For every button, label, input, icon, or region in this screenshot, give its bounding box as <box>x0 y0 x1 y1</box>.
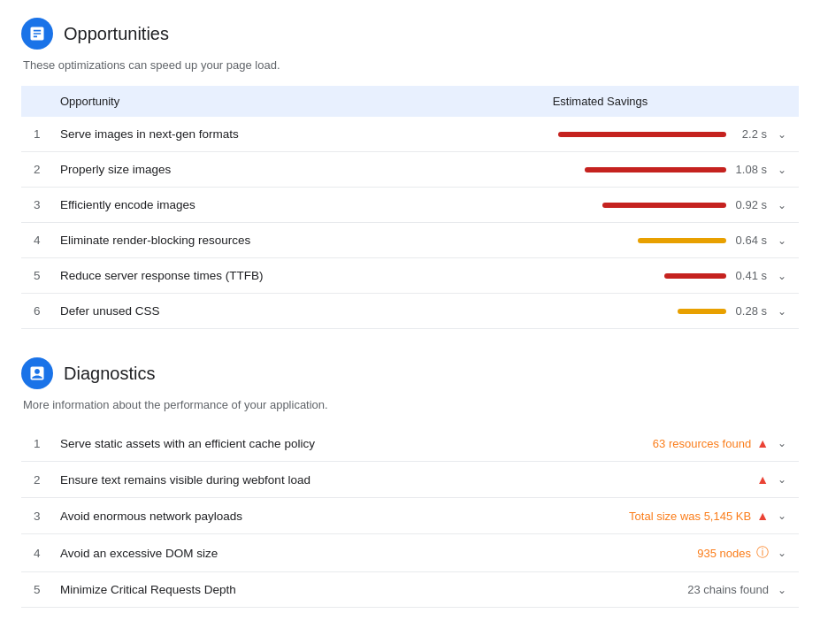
diag-row-label: Serve static assets with an efficient ca… <box>48 426 402 462</box>
opp-row-label: Serve images in next-gen formats <box>48 117 402 152</box>
diag-row[interactable]: 4 Avoid an excessive DOM size 935 nodesⓘ… <box>21 534 799 572</box>
diag-row-result: 23 chains found⌄ <box>402 572 799 608</box>
opp-bar-wrap <box>678 309 726 314</box>
col-num-header <box>21 86 48 117</box>
col-savings-header: Estimated Savings <box>402 86 799 117</box>
opp-savings-value: 0.92 s <box>733 198 767 211</box>
opportunities-table: Opportunity Estimated Savings 1 Serve im… <box>21 86 799 329</box>
opp-bar-wrap <box>602 203 726 208</box>
opp-row[interactable]: 3 Efficiently encode images 0.92 s ⌄ <box>21 188 799 223</box>
opp-row-chevron[interactable]: ⌄ <box>778 199 786 211</box>
diag-result-cell: 23 chains found⌄ <box>414 583 786 596</box>
diag-result-text: Total size was 5,145 KB <box>629 510 751 523</box>
diag-result-cell: ▲⌄ <box>414 472 786 487</box>
col-opportunity-header: Opportunity <box>48 86 402 117</box>
opp-row-label: Reduce server response times (TTFB) <box>48 258 402 294</box>
diag-row[interactable]: 2 Ensure text remains visible during web… <box>21 462 799 498</box>
diagnostics-header: Diagnostics <box>21 357 799 389</box>
diag-row-result: Total size was 5,145 KB▲⌄ <box>402 498 799 534</box>
opp-bar-wrap <box>558 132 726 137</box>
diag-row-result: 935 nodesⓘ⌄ <box>402 534 799 572</box>
diag-result-text: 23 chains found <box>687 583 769 596</box>
opp-bar <box>664 273 726 279</box>
opp-row-savings: 0.64 s ⌄ <box>402 223 799 258</box>
opp-row-savings: 0.92 s ⌄ <box>402 188 799 223</box>
opportunities-subtitle: These optimizations can speed up your pa… <box>21 58 799 72</box>
opp-row-num: 5 <box>21 258 48 294</box>
opp-row-savings: 0.28 s ⌄ <box>402 294 799 329</box>
diag-row[interactable]: 1 Serve static assets with an efficient … <box>21 426 799 462</box>
opp-row-savings: 1.08 s ⌄ <box>402 152 799 188</box>
warning-icon: ▲ <box>756 509 769 523</box>
diag-row-num: 1 <box>21 426 48 462</box>
diag-result-text: 63 resources found <box>653 437 751 450</box>
opp-savings-value: 0.64 s <box>733 234 767 247</box>
opp-row-num: 6 <box>21 294 48 329</box>
diag-row-label: Avoid an excessive DOM size <box>48 534 402 572</box>
diagnostics-icon <box>21 357 53 389</box>
diag-row-num: 2 <box>21 462 48 498</box>
opp-row-label: Properly size images <box>48 152 402 188</box>
diag-row[interactable]: 3 Avoid enormous network payloads Total … <box>21 498 799 534</box>
diagnostics-subtitle: More information about the performance o… <box>21 398 799 411</box>
opp-savings-value: 2.2 s <box>733 127 767 141</box>
diag-row-num: 4 <box>21 534 48 572</box>
opp-bar <box>638 238 726 243</box>
diag-row-label: Minimize Critical Requests Depth <box>48 572 402 608</box>
diag-row[interactable]: 5 Minimize Critical Requests Depth 23 ch… <box>21 572 799 608</box>
info-icon: ⓘ <box>756 545 769 561</box>
opp-row-savings: 2.2 s ⌄ <box>402 117 799 152</box>
diag-row-label: Ensure text remains visible during webfo… <box>48 462 402 498</box>
opp-bar <box>558 132 726 137</box>
opportunities-header: Opportunities <box>21 18 799 50</box>
diag-row-num: 3 <box>21 498 48 534</box>
opp-row[interactable]: 4 Eliminate render-blocking resources 0.… <box>21 223 799 258</box>
opp-bar-wrap <box>664 273 726 279</box>
diag-result-cell: Total size was 5,145 KB▲⌄ <box>414 509 786 523</box>
diag-row-chevron[interactable]: ⌄ <box>778 473 786 486</box>
warning-icon: ▲ <box>756 472 769 487</box>
diag-result-cell: 63 resources found▲⌄ <box>414 436 786 450</box>
opp-row-chevron[interactable]: ⌄ <box>778 164 786 176</box>
diag-row-result: ▲⌄ <box>402 462 799 498</box>
opp-savings-value: 1.08 s <box>733 163 767 176</box>
opp-row-chevron[interactable]: ⌄ <box>778 234 786 247</box>
opportunities-icon <box>21 18 53 50</box>
opp-bar <box>602 203 726 208</box>
diag-row-chevron[interactable]: ⌄ <box>778 437 786 449</box>
diag-result-cell: 935 nodesⓘ⌄ <box>414 545 786 561</box>
diag-row-result: 63 resources found▲⌄ <box>402 426 799 462</box>
opp-row-label: Defer unused CSS <box>48 294 402 329</box>
diagnostics-table: 1 Serve static assets with an efficient … <box>21 426 799 608</box>
opp-row-savings: 0.41 s ⌄ <box>402 258 799 294</box>
diag-row-label: Avoid enormous network payloads <box>48 498 402 534</box>
diagnostics-title: Diagnostics <box>64 364 155 384</box>
opp-savings-value: 0.28 s <box>733 304 767 318</box>
diag-row-chevron[interactable]: ⌄ <box>778 584 786 596</box>
opp-row-chevron[interactable]: ⌄ <box>778 305 786 318</box>
diag-result-text: 935 nodes <box>697 547 751 560</box>
opp-row-chevron[interactable]: ⌄ <box>778 128 786 141</box>
opp-row-num: 3 <box>21 188 48 223</box>
opp-row-chevron[interactable]: ⌄ <box>778 270 786 282</box>
diag-row-chevron[interactable]: ⌄ <box>778 547 786 559</box>
opp-row-num: 1 <box>21 117 48 152</box>
opp-bar <box>678 309 726 314</box>
diag-row-chevron[interactable]: ⌄ <box>778 510 786 522</box>
opp-row[interactable]: 5 Reduce server response times (TTFB) 0.… <box>21 258 799 294</box>
opp-row-num: 4 <box>21 223 48 258</box>
opportunities-title: Opportunities <box>64 24 169 44</box>
opp-bar-wrap <box>638 238 726 243</box>
opp-savings-value: 0.41 s <box>733 269 767 282</box>
opp-row[interactable]: 2 Properly size images 1.08 s ⌄ <box>21 152 799 188</box>
opp-row-label: Eliminate render-blocking resources <box>48 223 402 258</box>
warning-icon: ▲ <box>756 436 769 450</box>
opp-bar <box>585 167 726 172</box>
opp-row-num: 2 <box>21 152 48 188</box>
opp-row-label: Efficiently encode images <box>48 188 402 223</box>
opp-row[interactable]: 6 Defer unused CSS 0.28 s ⌄ <box>21 294 799 329</box>
opp-row[interactable]: 1 Serve images in next-gen formats 2.2 s… <box>21 117 799 152</box>
opp-bar-wrap <box>585 167 726 172</box>
diag-row-num: 5 <box>21 572 48 608</box>
